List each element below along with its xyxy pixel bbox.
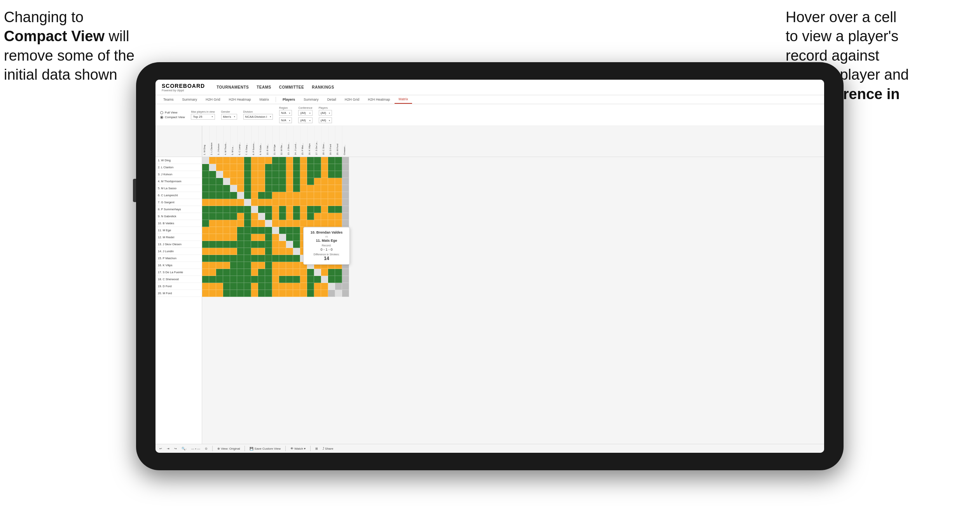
cell-3-8[interactable]: [258, 178, 265, 185]
cell-9-3[interactable]: [223, 220, 230, 227]
cell-17-4[interactable]: [230, 276, 237, 283]
cell-0-14[interactable]: [300, 157, 307, 164]
cell-17-6[interactable]: [244, 276, 251, 283]
cell-16-10[interactable]: [272, 269, 279, 276]
cell-5-18[interactable]: [328, 192, 335, 199]
cell-19-13[interactable]: [293, 290, 300, 297]
cell-2-11[interactable]: [279, 171, 286, 178]
cell-16-12[interactable]: [286, 269, 293, 276]
cell-0-3[interactable]: [223, 157, 230, 164]
cell-3-6[interactable]: [244, 178, 251, 185]
cell-8-14[interactable]: [300, 213, 307, 220]
cell-12-2[interactable]: [216, 241, 223, 248]
cell-11-10[interactable]: [272, 234, 279, 241]
cell-12-7[interactable]: [251, 241, 258, 248]
cell-13-6[interactable]: [244, 248, 251, 255]
cell-0-19[interactable]: [335, 157, 342, 164]
zoom-out-btn[interactable]: 🔍-: [182, 447, 187, 450]
cell-2-8[interactable]: [258, 171, 265, 178]
cell-16-2[interactable]: [216, 269, 223, 276]
cell-7-8[interactable]: [258, 206, 265, 213]
cell-11-0[interactable]: [202, 234, 209, 241]
cell-8-9[interactable]: [265, 213, 272, 220]
cell-12-10[interactable]: [272, 241, 279, 248]
cell-8-18[interactable]: [328, 213, 335, 220]
cell-7-1[interactable]: [209, 206, 216, 213]
cell-3-5[interactable]: [237, 178, 244, 185]
cell-17-0[interactable]: [202, 276, 209, 283]
cell-16-20[interactable]: [342, 269, 349, 276]
cell-6-6[interactable]: [244, 199, 251, 206]
cell-7-4[interactable]: [230, 206, 237, 213]
cell-8-11[interactable]: [279, 213, 286, 220]
tab-h2h-grid-1[interactable]: H2H Grid: [202, 96, 224, 103]
cell-16-7[interactable]: [251, 269, 258, 276]
cell-5-6[interactable]: [244, 192, 251, 199]
cell-9-15[interactable]: [307, 220, 314, 227]
cell-16-9[interactable]: [265, 269, 272, 276]
cell-2-0[interactable]: [202, 171, 209, 178]
cell-15-9[interactable]: [265, 262, 272, 269]
cell-9-20[interactable]: [342, 220, 349, 227]
cell-8-16[interactable]: [314, 213, 321, 220]
cell-11-2[interactable]: [216, 234, 223, 241]
cell-4-19[interactable]: [335, 185, 342, 192]
grid-btn[interactable]: ⊞: [315, 447, 318, 450]
cell-5-5[interactable]: [237, 192, 244, 199]
cell-15-4[interactable]: [230, 262, 237, 269]
cell-11-4[interactable]: [230, 234, 237, 241]
cell-2-16[interactable]: [314, 171, 321, 178]
cell-5-12[interactable]: [286, 192, 293, 199]
cell-1-13[interactable]: [293, 164, 300, 171]
cell-17-2[interactable]: [216, 276, 223, 283]
cell-8-6[interactable]: [244, 213, 251, 220]
cell-16-15[interactable]: [307, 269, 314, 276]
cell-17-14[interactable]: [300, 276, 307, 283]
cell-4-4[interactable]: [230, 185, 237, 192]
cell-17-16[interactable]: [314, 276, 321, 283]
cell-2-17[interactable]: [321, 171, 328, 178]
cell-2-19[interactable]: [335, 171, 342, 178]
cell-8-15[interactable]: [307, 213, 314, 220]
cell-2-5[interactable]: [237, 171, 244, 178]
cell-15-1[interactable]: [209, 262, 216, 269]
players-select-2[interactable]: (All): [319, 117, 332, 123]
cell-2-20[interactable]: [342, 171, 349, 178]
cell-16-14[interactable]: [300, 269, 307, 276]
cell-15-0[interactable]: [202, 262, 209, 269]
cell-7-14[interactable]: [300, 206, 307, 213]
cell-16-6[interactable]: [244, 269, 251, 276]
cell-12-5[interactable]: [237, 241, 244, 248]
cell-4-11[interactable]: [279, 185, 286, 192]
cell-4-3[interactable]: [223, 185, 230, 192]
cell-7-3[interactable]: [223, 206, 230, 213]
cell-14-8[interactable]: [258, 255, 265, 262]
cell-5-15[interactable]: [307, 192, 314, 199]
cell-2-18[interactable]: [328, 171, 335, 178]
cell-18-2[interactable]: [216, 283, 223, 290]
cell-13-7[interactable]: [251, 248, 258, 255]
cell-4-1[interactable]: [209, 185, 216, 192]
tab-h2h-heatmap-2[interactable]: H2H Heatmap: [364, 96, 394, 103]
cell-3-14[interactable]: [300, 178, 307, 185]
cell-18-18[interactable]: [328, 283, 335, 290]
cell-18-20[interactable]: [342, 283, 349, 290]
cell-5-13[interactable]: [293, 192, 300, 199]
cell-3-2[interactable]: [216, 178, 223, 185]
cell-0-4[interactable]: [230, 157, 237, 164]
full-view-radio[interactable]: [160, 111, 163, 114]
cell-13-8[interactable]: [258, 248, 265, 255]
cell-15-2[interactable]: [216, 262, 223, 269]
cell-0-17[interactable]: [321, 157, 328, 164]
cell-7-9[interactable]: [265, 206, 272, 213]
cell-4-0[interactable]: [202, 185, 209, 192]
cell-19-8[interactable]: [258, 290, 265, 297]
cell-4-8[interactable]: [258, 185, 265, 192]
tab-summary-2[interactable]: Summary: [300, 96, 323, 103]
cell-9-12[interactable]: [286, 220, 293, 227]
cell-1-20[interactable]: [342, 164, 349, 171]
cell-2-2[interactable]: [216, 171, 223, 178]
cell-4-5[interactable]: [237, 185, 244, 192]
cell-1-3[interactable]: [223, 164, 230, 171]
cell-4-10[interactable]: [272, 185, 279, 192]
